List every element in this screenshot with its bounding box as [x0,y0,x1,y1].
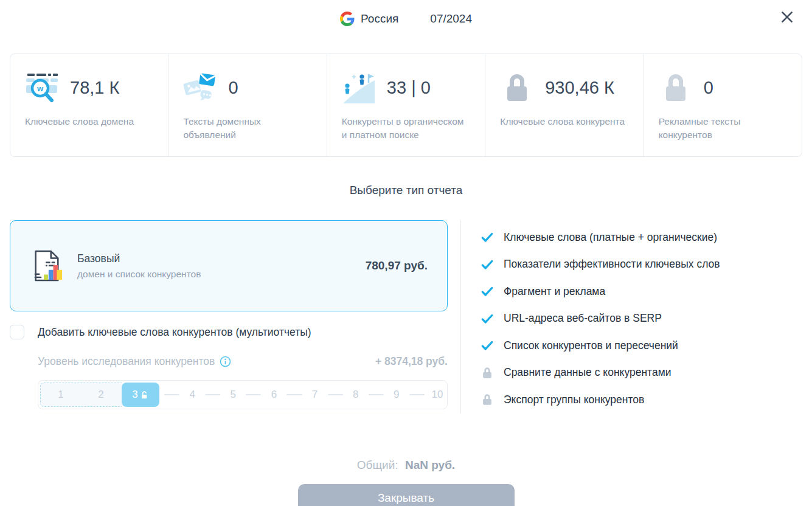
stat-label: Конкуренты в органическом и платном поис… [342,115,471,142]
slider-step-1[interactable]: 1 [41,389,81,401]
slider-included-zone: 1 2 [40,383,122,407]
stat-competitor-ad-texts: 0 Рекламные тексты конкурентов [644,54,802,156]
lock-icon [481,393,494,406]
feature-label: Фрагмент и реклама [504,285,605,298]
slider-step-6[interactable]: 6 [266,389,282,401]
stat-label: Рекламные тексты конкурентов [659,115,788,142]
close-icon[interactable] [778,9,796,27]
slider-step-5[interactable]: 5 [225,389,241,401]
feature-label: Ключевые слова (платные + органические) [504,231,717,244]
features-list: Ключевые слова (платные + органические) … [481,220,802,414]
google-icon [340,12,355,26]
stat-domain-ad-texts: 0 Тексты доменных объявлений [168,54,326,156]
slider-step-2[interactable]: 2 [81,389,121,401]
stat-value: 0 [704,78,713,98]
stat-label: Тексты доменных объявлений [183,115,313,142]
slider-step-4[interactable]: 4 [184,389,200,401]
report-document-icon [30,248,63,283]
slider-step-3-selected[interactable]: 3 [122,383,159,407]
stat-competitors: 33 | 0 Конкуренты в органическом и платн… [327,54,485,156]
info-icon[interactable] [220,356,231,367]
feature-item: Показатели эффективности ключевых слов [481,251,802,279]
domain-keywords-icon: w [25,71,59,105]
research-level-label: Уровень исследования конкурентов [38,355,215,368]
report-options-column: Базовый домен и список конкурентов 780,9… [10,220,448,414]
close-modal-button[interactable]: Закрывать [298,484,515,506]
domain-ad-texts-icon [183,71,217,105]
slider-step-10[interactable]: 10 [429,389,445,401]
search-engine-region: Россия [361,12,398,26]
research-level-row: Уровень исследования конкурентов + 8374,… [10,355,448,368]
feature-label: Список конкурентов и пересечений [504,339,678,352]
header-context: Россия 07/2024 [340,12,472,26]
stat-value: 930,46 К [545,78,614,98]
stat-competitor-keywords: 930,46 К Ключевые слова конкурента [485,54,643,156]
stat-label: Ключевые слова домена [25,115,154,128]
slider-step-9[interactable]: 9 [389,389,404,401]
report-purchase-modal: Россия 07/2024 w [0,0,812,506]
slider-step-7[interactable]: 7 [307,389,323,401]
lock-icon [659,71,693,105]
stat-domain-keywords: w 78,1 К Ключевые слова домена [10,54,168,156]
competitors-icon [342,71,376,105]
stat-value: 78,1 К [70,78,119,98]
feature-item: Ключевые слова (платные + органические) [481,224,802,251]
vertical-divider [460,220,461,414]
report-card-subtitle: домен и список конкурентов [77,269,201,280]
svg-text:w: w [36,84,44,93]
check-icon [481,339,494,352]
check-icon [481,258,494,271]
lock-icon [481,366,494,379]
research-level-extra-price: + 8374,18 руб. [375,355,448,368]
check-icon [481,230,494,244]
stat-value: 33 | 0 [387,78,431,98]
step-dash [286,394,302,396]
multireport-checkbox-label: Добавить ключевые слова конкурентов (мул… [38,326,311,339]
feature-label: Экспорт группы конкурентов [504,393,644,406]
feature-item: Фрагмент и реклама [481,278,802,305]
feature-label: URL-адреса веб-сайтов в SERP [504,312,662,325]
stat-label: Ключевые слова конкурента [500,115,630,128]
step-dash [205,394,220,396]
step-dash [246,394,261,396]
slider-selected-value: 3 [132,389,137,401]
feature-item: URL-адреса веб-сайтов в SERP [481,305,802,333]
feature-item-locked: Сравните данные с конкурентами [481,359,802,387]
total-value: NaN руб. [405,459,455,471]
research-level-slider[interactable]: 1 2 3 4 5 6 [38,380,448,409]
feature-item: Список конкурентов и пересечений [481,332,802,359]
slider-step-8[interactable]: 8 [348,389,364,401]
feature-label: Сравните данные с конкурентами [504,366,671,379]
total-label: Общий: [357,459,398,471]
total-row: Общий: NaN руб. [0,459,812,472]
unlock-icon [140,390,149,400]
feature-item-locked: Экспорт группы конкурентов [481,386,802,414]
report-config-area: Базовый домен и список конкурентов 780,9… [10,220,802,414]
feature-label: Показатели эффективности ключевых слов [504,258,720,271]
report-card-price: 780,97 руб. [366,259,428,272]
stat-value: 0 [228,78,238,98]
multireport-checkbox-row[interactable]: Добавить ключевые слова конкурентов (мул… [10,325,448,339]
multireport-checkbox[interactable] [10,325,24,339]
step-dash [369,394,384,396]
report-card-text: Базовый домен и список конкурентов [77,252,201,280]
lock-icon [500,71,534,105]
check-icon [481,285,494,298]
check-icon [481,312,494,325]
report-date: 07/2024 [430,12,472,26]
step-dash [328,394,343,396]
modal-header: Россия 07/2024 [0,0,812,38]
choose-report-type-heading: Выберите тип отчета [0,184,812,197]
step-dash [164,394,179,396]
slider-upper-steps: 4 5 6 7 8 9 10 [159,389,445,401]
report-type-card-basic[interactable]: Базовый домен и список конкурентов 780,9… [10,220,448,311]
domain-stats-bar: w 78,1 К Ключевые слова домена [10,54,802,157]
report-card-title: Базовый [77,252,201,265]
step-dash [409,394,425,396]
